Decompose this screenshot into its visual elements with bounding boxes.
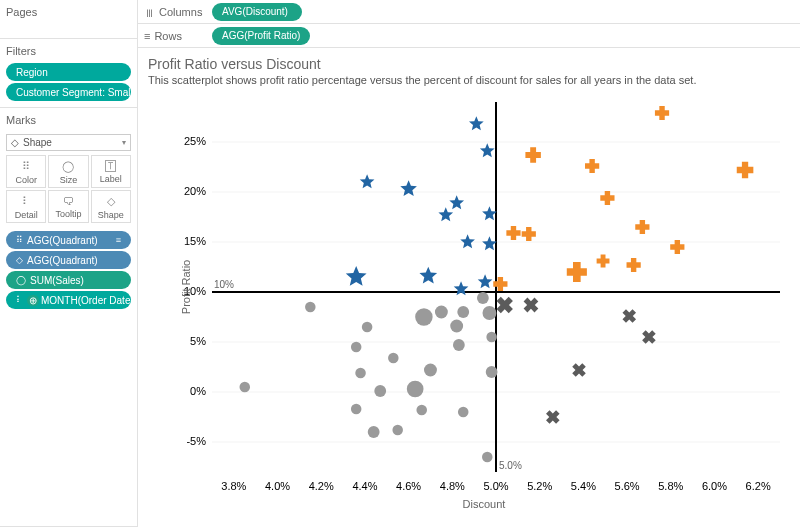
marks-card: Marks ◇ Shape ▾ ⠿Color ◯Size 🅃Label ⠇Det…	[0, 108, 137, 527]
marks-label-button[interactable]: 🅃Label	[91, 155, 131, 188]
data-point[interactable]	[416, 405, 427, 416]
svg-text:3.8%: 3.8%	[221, 480, 246, 492]
data-point[interactable]	[355, 368, 366, 379]
data-point[interactable]	[627, 258, 641, 272]
svg-text:5.0%: 5.0%	[499, 460, 522, 471]
data-point[interactable]	[486, 332, 497, 343]
marks-color-button[interactable]: ⠿Color	[6, 155, 46, 188]
tooltip-icon: 🗨	[49, 195, 87, 207]
rows-pill[interactable]: AGG(Profit Ratio)	[212, 27, 310, 45]
svg-text:15%: 15%	[184, 235, 206, 247]
data-point[interactable]	[506, 226, 520, 240]
columns-icon: ⫼	[144, 6, 155, 18]
data-point[interactable]	[469, 116, 484, 130]
shape-icon: ◇	[11, 137, 19, 148]
data-point[interactable]	[239, 382, 250, 393]
svg-text:6.0%: 6.0%	[702, 480, 727, 492]
columns-pill[interactable]: AVG(Discount)	[212, 3, 302, 21]
data-point[interactable]	[597, 255, 610, 268]
data-point[interactable]	[477, 292, 489, 304]
sort-icon: ≡	[116, 235, 121, 245]
filters-title: Filters	[6, 43, 131, 61]
data-point[interactable]	[655, 106, 669, 120]
data-point[interactable]	[572, 363, 586, 377]
data-point[interactable]	[457, 306, 469, 318]
filters-shelf[interactable]: Filters Region Customer Segment: Small B…	[0, 39, 137, 108]
x-axis-label: Discount	[178, 498, 790, 510]
data-point[interactable]	[482, 236, 497, 250]
data-point[interactable]	[482, 452, 493, 463]
data-point[interactable]	[400, 180, 417, 196]
data-point[interactable]	[407, 381, 424, 398]
data-point[interactable]	[419, 267, 437, 284]
svg-text:5.2%: 5.2%	[527, 480, 552, 492]
scatterplot[interactable]: -5%0%5%10%15%20%25%3.8%4.0%4.2%4.4%4.6%4…	[178, 96, 790, 510]
data-point[interactable]	[480, 143, 495, 157]
data-point[interactable]	[415, 308, 432, 325]
data-point[interactable]	[482, 206, 497, 220]
marks-detail-button[interactable]: ⠇Detail	[6, 190, 46, 223]
chart-title: Profit Ratio versus Discount	[148, 56, 790, 72]
data-point[interactable]	[622, 309, 636, 323]
svg-text:6.2%: 6.2%	[746, 480, 771, 492]
data-point[interactable]	[458, 407, 469, 418]
data-point[interactable]	[392, 425, 403, 436]
data-point[interactable]	[435, 306, 448, 319]
pill-quadrant-color[interactable]: ⠿AGG(Quadrant)≡	[6, 231, 131, 249]
data-point[interactable]	[351, 342, 362, 353]
svg-text:5%: 5%	[190, 335, 206, 347]
columns-shelf[interactable]: ⫼Columns AVG(Discount)	[138, 0, 800, 24]
size-icon: ◯	[49, 160, 87, 173]
data-point[interactable]	[524, 298, 539, 313]
data-point[interactable]	[585, 159, 599, 173]
svg-text:4.2%: 4.2%	[309, 480, 334, 492]
mark-type-dropdown[interactable]: ◇ Shape ▾	[6, 134, 131, 151]
data-point[interactable]	[525, 147, 540, 162]
svg-text:5.4%: 5.4%	[571, 480, 596, 492]
data-point[interactable]	[454, 281, 469, 295]
pill-month-detail[interactable]: ⠇⊕MONTH(Order Date)	[6, 291, 131, 309]
data-point[interactable]	[362, 322, 373, 333]
data-point[interactable]	[450, 320, 463, 333]
svg-text:5.6%: 5.6%	[615, 480, 640, 492]
data-point[interactable]	[635, 220, 649, 234]
data-point[interactable]	[305, 302, 316, 313]
data-point[interactable]	[374, 385, 386, 397]
data-point[interactable]	[351, 404, 362, 415]
data-point[interactable]	[478, 274, 493, 288]
data-point[interactable]	[460, 234, 475, 248]
chevron-down-icon: ▾	[122, 138, 126, 147]
chart-area: Profit Ratio versus Discount This scatte…	[138, 48, 800, 527]
pill-sales-size[interactable]: ◯SUM(Sales)	[6, 271, 131, 289]
svg-text:4.4%: 4.4%	[352, 480, 377, 492]
marks-size-button[interactable]: ◯Size	[48, 155, 88, 188]
data-point[interactable]	[453, 339, 465, 351]
data-point[interactable]	[482, 306, 496, 320]
shapes-icon: ◇	[16, 255, 23, 265]
marks-tooltip-button[interactable]: 🗨Tooltip	[48, 190, 88, 223]
data-point[interactable]	[424, 364, 437, 377]
svg-text:5.8%: 5.8%	[658, 480, 683, 492]
svg-text:4.0%: 4.0%	[265, 480, 290, 492]
data-point[interactable]	[346, 266, 367, 286]
filter-region-pill[interactable]: Region	[6, 63, 131, 81]
data-point[interactable]	[438, 207, 453, 221]
data-point[interactable]	[388, 353, 399, 364]
data-point[interactable]	[737, 162, 754, 179]
data-point[interactable]	[600, 191, 614, 205]
data-point[interactable]	[546, 410, 560, 424]
data-point[interactable]	[522, 227, 536, 241]
filter-segment-pill[interactable]: Customer Segment: Small Busin..	[6, 83, 131, 101]
pill-quadrant-shape[interactable]: ◇AGG(Quadrant)	[6, 251, 131, 269]
svg-text:-5%: -5%	[186, 435, 206, 447]
data-point[interactable]	[497, 297, 513, 313]
data-point[interactable]	[368, 426, 380, 438]
data-point[interactable]	[567, 262, 587, 282]
pages-shelf[interactable]: Pages	[0, 0, 137, 39]
shapes-icon: ◇	[92, 195, 130, 208]
rows-shelf[interactable]: ≡Rows AGG(Profit Ratio)	[138, 24, 800, 48]
data-point[interactable]	[360, 174, 375, 188]
data-point[interactable]	[449, 195, 464, 209]
marks-shape-button[interactable]: ◇Shape	[91, 190, 131, 223]
data-point[interactable]	[486, 366, 498, 378]
